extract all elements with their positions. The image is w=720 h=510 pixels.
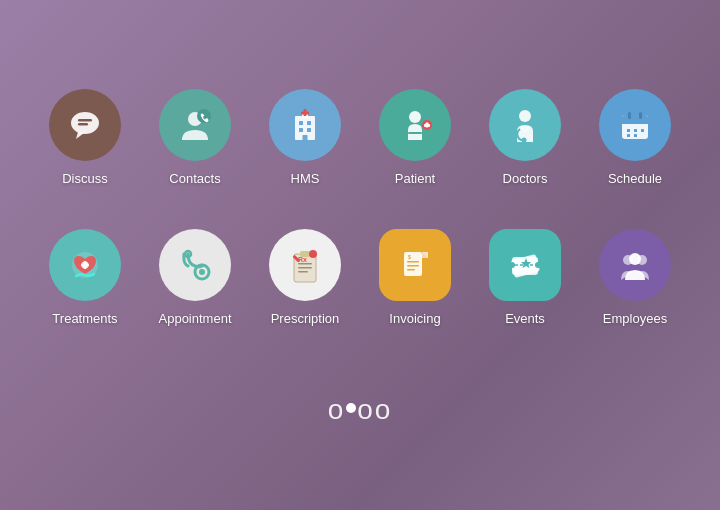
schedule-label: Schedule — [608, 171, 662, 186]
svg-point-21 — [522, 138, 527, 143]
svg-rect-26 — [639, 112, 642, 119]
svg-point-58 — [509, 262, 515, 268]
employees-icon — [599, 229, 671, 301]
svg-rect-30 — [627, 134, 630, 137]
svg-rect-18 — [424, 124, 430, 127]
svg-rect-44 — [298, 267, 312, 269]
app-item-schedule[interactable]: Schedule — [580, 84, 690, 214]
svg-rect-25 — [628, 112, 631, 119]
invoicing-icon: $ — [379, 229, 451, 301]
app-item-doctors[interactable]: Doctors — [470, 84, 580, 214]
odoo-logo: o oo — [328, 394, 393, 426]
svg-point-37 — [199, 269, 205, 275]
app-item-hms[interactable]: HMS — [250, 84, 360, 214]
app-item-prescription[interactable]: Rx Prescription — [250, 224, 360, 354]
app-grid: Discuss Contacts — [30, 84, 690, 354]
prescription-icon: Rx — [269, 229, 341, 301]
app-item-events[interactable]: Events — [470, 224, 580, 354]
svg-rect-9 — [307, 121, 311, 125]
app-item-invoicing[interactable]: $ Invoicing — [360, 224, 470, 354]
appointment-icon — [159, 229, 231, 301]
appointment-label: Appointment — [159, 311, 232, 326]
svg-point-15 — [409, 111, 421, 123]
contacts-label: Contacts — [169, 171, 220, 186]
app-item-treatments[interactable]: Treatments — [30, 224, 140, 354]
hms-icon — [269, 89, 341, 161]
schedule-icon — [599, 89, 671, 161]
svg-text:$: $ — [408, 254, 411, 260]
svg-point-59 — [535, 262, 541, 268]
invoicing-label: Invoicing — [389, 311, 440, 326]
svg-rect-52 — [407, 261, 419, 263]
doctors-label: Doctors — [503, 171, 548, 186]
odoo-logo-text2: oo — [357, 394, 392, 426]
treatments-label: Treatments — [52, 311, 117, 326]
odoo-logo-text: o — [328, 394, 346, 426]
treatments-icon — [49, 229, 121, 301]
svg-rect-28 — [634, 129, 637, 132]
discuss-label: Discuss — [62, 171, 108, 186]
app-item-patient[interactable]: Patient — [360, 84, 470, 214]
svg-point-48 — [309, 250, 317, 258]
employees-label: Employees — [603, 311, 667, 326]
svg-rect-2 — [78, 119, 92, 122]
app-item-employees[interactable]: Employees — [580, 224, 690, 354]
svg-rect-8 — [299, 121, 303, 125]
svg-rect-19 — [408, 132, 422, 134]
svg-point-20 — [519, 110, 531, 122]
svg-rect-35 — [81, 264, 89, 267]
patient-label: Patient — [395, 171, 435, 186]
svg-rect-45 — [298, 271, 308, 273]
svg-rect-3 — [78, 123, 88, 126]
svg-rect-54 — [407, 269, 415, 271]
svg-rect-14 — [301, 112, 309, 115]
svg-rect-24 — [622, 120, 648, 124]
svg-rect-43 — [298, 263, 312, 265]
doctors-icon — [489, 89, 561, 161]
odoo-dot — [346, 403, 356, 413]
svg-rect-27 — [627, 129, 630, 132]
events-label: Events — [505, 311, 545, 326]
app-item-discuss[interactable]: Discuss — [30, 84, 140, 214]
events-icon — [489, 229, 561, 301]
svg-text:Rx: Rx — [298, 256, 307, 263]
svg-rect-11 — [307, 128, 311, 132]
svg-rect-29 — [641, 129, 644, 132]
app-item-appointment[interactable]: Appointment — [140, 224, 250, 354]
svg-point-39 — [187, 253, 190, 256]
svg-marker-1 — [76, 132, 84, 139]
svg-point-63 — [629, 253, 641, 265]
svg-rect-31 — [634, 134, 637, 137]
svg-rect-12 — [303, 135, 308, 140]
hms-label: HMS — [291, 171, 320, 186]
svg-rect-10 — [299, 128, 303, 132]
svg-rect-53 — [407, 265, 419, 267]
svg-rect-51 — [422, 252, 428, 258]
app-item-contacts[interactable]: Contacts — [140, 84, 250, 214]
patient-icon — [379, 89, 451, 161]
contacts-icon — [159, 89, 231, 161]
prescription-label: Prescription — [271, 311, 340, 326]
svg-rect-49 — [404, 252, 422, 276]
discuss-icon — [49, 89, 121, 161]
